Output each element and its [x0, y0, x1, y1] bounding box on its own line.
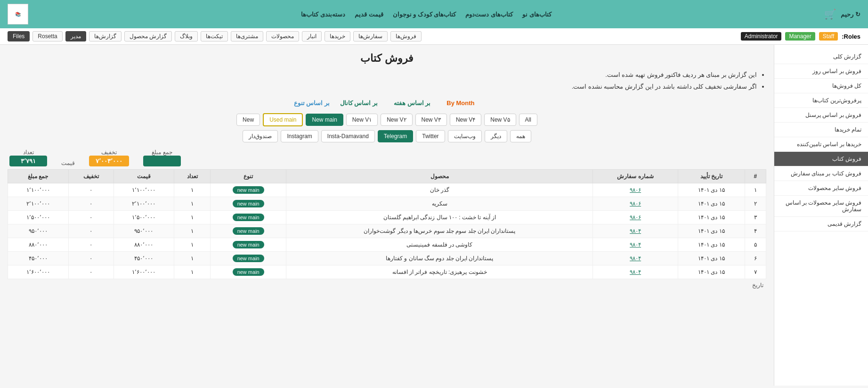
chan-cashier[interactable]: صندوق‌دار: [243, 130, 278, 142]
table-row: ۴ ۱۵ دی ۱۴۰۱ ۹۸۰۴ پستانداران ایران جلد س…: [8, 224, 766, 238]
cell-num: ۷: [745, 265, 766, 279]
ver-all[interactable]: All: [519, 114, 537, 126]
filter-by-week[interactable]: بر اساس هفته: [388, 98, 436, 108]
footer-hint: تاریخ: [8, 279, 766, 291]
sidebar-btn-فروش-بر-اساس-روز[interactable]: فروش بر اساس روز: [774, 64, 868, 79]
filter-by-channel[interactable]: بر اساس کانال: [334, 98, 383, 108]
top-menu-btn-تیکت‌ها[interactable]: تیکت‌ها: [201, 31, 228, 41]
nav-item-categories[interactable]: دسته‌بندی کتاب‌ها: [301, 11, 345, 18]
cell-price: ۱٬۱۰۰٬۰۰۰: [114, 183, 174, 197]
sidebar-btn-تمام-خریدها[interactable]: تمام خریدها: [774, 123, 868, 137]
sidebar-btn-فروش-کتاب[interactable]: فروش کتاب: [774, 152, 868, 166]
logo: 📚: [8, 4, 28, 25]
nav-item-used-books[interactable]: کتاب‌های دست‌دوم: [465, 11, 513, 18]
ver-v3[interactable]: New V۳: [415, 114, 447, 126]
nav-item-new-books[interactable]: کتاب‌های نو: [522, 11, 552, 18]
cell-product: سکریه: [286, 197, 593, 210]
cell-variety: new main: [210, 265, 286, 279]
cell-product: گذر خان: [286, 183, 593, 197]
chan-website[interactable]: وب‌سایت: [448, 130, 482, 142]
sidebar-btn-فروش-سایر-محصولات[interactable]: فروش سایر محصولات: [774, 181, 868, 196]
top-menu-btn-فروش‌ها[interactable]: فروش‌ها: [390, 31, 422, 41]
cell-total: ۱٬۱۰۰٬۰۰۰: [8, 183, 69, 197]
ver-v2[interactable]: New V۲: [381, 114, 412, 126]
sidebar-btn-خریدها-بر-اساس-تامین‌کننده[interactable]: خریدها بر اساس تامین‌کننده: [774, 137, 868, 152]
cell-price: ۹۵۰٬۰۰۰: [114, 224, 174, 238]
chan-telegram[interactable]: Telegram: [378, 130, 413, 142]
table-header: # تاریخ تأیید شماره سفارش محصول تنوع تعد…: [8, 169, 766, 183]
top-menu-btn-سفارش‌ها[interactable]: سفارش‌ها: [353, 31, 388, 41]
top-menu-btn-وبلاگ[interactable]: وبلاگ: [175, 31, 198, 41]
cell-total: ۱٬۵۰۰٬۰۰۰: [8, 210, 69, 224]
cell-order[interactable]: ۹۸۰۴: [593, 238, 678, 251]
nav-item-old-price[interactable]: قیمت قدیم: [355, 11, 383, 18]
cell-order[interactable]: ۹۸۰۶: [593, 183, 678, 197]
sidebar-btn-فروش-بر-اساس-پرسنل[interactable]: فروش بر اساس پرسنل: [774, 108, 868, 123]
chan-other[interactable]: دیگر: [485, 130, 507, 142]
ver-v4[interactable]: New V۴: [450, 114, 481, 126]
cell-variety: new main: [210, 224, 286, 238]
cell-total: ۹۵۰٬۰۰۰: [8, 224, 69, 238]
filter-row: By Month بر اساس هفته بر اساس کانال بر ا…: [8, 98, 766, 108]
cell-price: ۸۸۰٬۰۰۰: [114, 238, 174, 251]
chan-insta-damavand[interactable]: Insta-Damavand: [321, 130, 375, 142]
count-label: تعداد: [9, 149, 47, 156]
cell-product: پستانداران ایران جلد دوم سگ سانان و کفتا…: [286, 251, 593, 265]
col-qty: تعداد: [174, 169, 211, 183]
channel-row: همه دیگر وب‌سایت Twitter Telegram Insta-…: [8, 130, 766, 142]
sidebar-btn-کل-فروش‌ها[interactable]: کل فروش‌ها: [774, 79, 868, 93]
total-label: جمع مبلغ: [143, 149, 181, 156]
nav-item-kids-books[interactable]: کتاب‌های کودک و نوجوان: [393, 11, 456, 18]
top-menu-btn-مدیر[interactable]: مدیر: [65, 31, 86, 41]
table-row: ۲ ۱۵ دی ۱۴۰۱ ۹۸۰۶ سکریه new main ۱ ۲٬۱۰۰…: [8, 197, 766, 210]
cell-num: ۶: [745, 251, 766, 265]
chan-all[interactable]: همه: [510, 130, 531, 142]
cell-discount: ۰: [68, 224, 114, 238]
sidebar-btn-گزارش-قدیمی[interactable]: گزارش قدیمی: [774, 217, 868, 231]
filter-by-month[interactable]: By Month: [441, 98, 480, 108]
cell-order[interactable]: ۹۸۰۶: [593, 210, 678, 224]
cart-icon[interactable]: 🛒: [824, 8, 836, 20]
discount-value: ۷٬۰۰۳٬۰۰۰: [89, 156, 129, 166]
cell-order[interactable]: ۹۸۰۴: [593, 224, 678, 238]
ver-new[interactable]: New: [236, 114, 260, 126]
version-row: All New V۵ New V۴ New V۳ New V۲ New V۱ N…: [8, 113, 766, 126]
filter-by-variety[interactable]: بر اساس تنوع: [294, 99, 330, 107]
ver-v5[interactable]: New V۵: [484, 114, 516, 126]
top-menu-btn-گزارش-محصول[interactable]: گزارش محصول: [124, 31, 172, 41]
cell-qty: ۱: [174, 265, 211, 279]
back-button[interactable]: ↻ رحیم: [841, 11, 860, 18]
notes-list: این گزارش بر مبنای هر ردیف فاکتور فروش ت…: [8, 70, 766, 92]
notes: این گزارش بر مبنای هر ردیف فاکتور فروش ت…: [8, 70, 766, 92]
ver-v1[interactable]: New V۱: [346, 114, 378, 126]
top-menu-btn-محصولات[interactable]: محصولات: [266, 31, 299, 41]
top-menu-btn-انبار[interactable]: انبار: [302, 31, 322, 41]
chan-instagram[interactable]: Instagram: [281, 130, 318, 142]
ver-new-main[interactable]: New main: [306, 114, 343, 126]
cell-date: ۱۵ دی ۱۴۰۱: [678, 265, 745, 279]
top-menu-btn-مشتری‌ها[interactable]: مشتری‌ها: [231, 31, 263, 41]
col-date: تاریخ تأیید: [678, 169, 745, 183]
cell-product: خشونت پرهیزی: تاریخچه فراتر از افسانه: [286, 265, 593, 279]
cell-date: ۱۵ دی ۱۴۰۱: [678, 251, 745, 265]
cell-order[interactable]: ۹۸۰۴: [593, 251, 678, 265]
sidebar-btn-گزارش-کلی[interactable]: گزارش کلی: [774, 50, 868, 64]
note-2: اگر سفارشی تخفیف کلی داشته باشد در این گ…: [8, 82, 757, 92]
sidebar-btn-فروش-سایر-محصولات-بر-اساس-سفارش[interactable]: فروش سایر محصولات بر اساس سفارش: [774, 196, 868, 217]
cell-qty: ۱: [174, 238, 211, 251]
top-menu-btn-گزارش‌ها[interactable]: گزارش‌ها: [89, 31, 122, 41]
table-row: ۶ ۱۵ دی ۱۴۰۱ ۹۸۰۴ پستانداران ایران جلد د…: [8, 251, 766, 265]
cell-product: پستانداران ایران جلد سوم جلد سوم خرس‌ها …: [286, 224, 593, 238]
chan-twitter[interactable]: Twitter: [416, 130, 445, 142]
cell-order[interactable]: ۹۸۰۴: [593, 265, 678, 279]
sidebar-btn-پرفروش‌ترین-کتاب‌ها[interactable]: پرفروش‌ترین کتاب‌ها: [774, 93, 868, 108]
sidebar-btn-فروش-کتاب-بر-مبنای-سفارش[interactable]: فروش کتاب بر مبنای سفارش: [774, 166, 868, 181]
top-menu-btn-Rosetta[interactable]: Rosetta: [32, 31, 62, 41]
cell-product: از آینه تا خشت : ۱۰۰ سال زندگی ابراهیم گ…: [286, 210, 593, 224]
col-discount: تخفیف: [68, 169, 114, 183]
ver-used-main[interactable]: Used main: [263, 113, 303, 126]
summary-count: تعداد ۳٬۷۹۱: [9, 149, 47, 166]
top-menu-btn-Files[interactable]: Files: [8, 31, 30, 41]
top-menu-btn-خریدها[interactable]: خریدها: [324, 31, 350, 41]
cell-order[interactable]: ۹۸۰۶: [593, 197, 678, 210]
